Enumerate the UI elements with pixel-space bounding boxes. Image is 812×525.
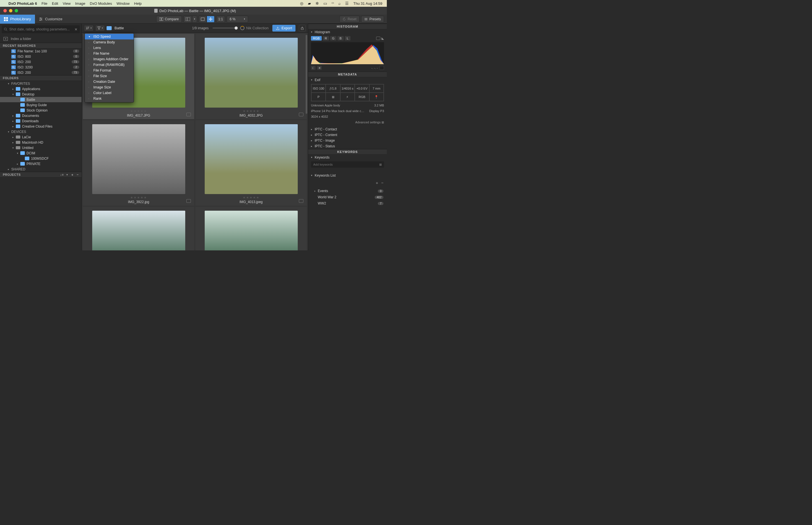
export-button[interactable]: Export (272, 25, 295, 32)
sort-option[interactable]: ○Color Label (85, 90, 134, 96)
folder-applications[interactable]: ▸Applications (0, 86, 82, 92)
keyword-ww2b[interactable]: WW27 (308, 200, 387, 207)
menu-help[interactable]: Help (134, 1, 142, 6)
add-project-icon[interactable]: ＋ (71, 172, 74, 177)
breadcrumb[interactable]: Battle (115, 26, 124, 30)
remove-keyword-button[interactable]: − (381, 181, 383, 185)
sort-option[interactable]: ○File Size (85, 73, 134, 79)
layout-button[interactable] (184, 16, 192, 22)
highlight-clip-icon[interactable]: ☀ (317, 66, 322, 70)
ratio-button[interactable]: 1:1 (216, 16, 225, 22)
sort-option[interactable]: ○File Name (85, 51, 134, 56)
thumbnail-cell[interactable]: ★★★★★ IMG_4032.JPG (195, 34, 307, 119)
folder-buying-guide[interactable]: Buying Guide (0, 102, 82, 108)
channel-rgb[interactable]: RGB (311, 36, 322, 41)
device-lacie[interactable]: ▸LaCie (0, 134, 82, 140)
filter-button[interactable]: ▾ (95, 25, 105, 31)
folder-100msdcf[interactable]: ▸100MSDCF (0, 156, 82, 161)
shutter-icon[interactable]: ✲ (316, 1, 319, 6)
fit-button[interactable] (199, 16, 207, 22)
share-button[interactable] (299, 25, 306, 32)
recent-search-row[interactable]: ISO: 20073 (0, 70, 82, 75)
device-untitled[interactable]: ▾Untitled (0, 145, 82, 150)
keywords-section[interactable]: ▸Keywords (308, 155, 387, 160)
clock[interactable]: Thu 31 Aug 14:59 (353, 1, 382, 6)
cc-icon[interactable]: ◎ (300, 1, 303, 6)
compare-button[interactable]: Compare (156, 16, 182, 22)
thumbnail-cell[interactable]: ★★★★★ (83, 207, 194, 250)
thumbnail-size-slider[interactable] (213, 28, 236, 28)
sort-option[interactable]: ○Lens (85, 45, 134, 51)
exif-section[interactable]: ▸Exif (308, 77, 387, 83)
advanced-settings-button[interactable]: Advanced settings ⊞ (355, 121, 384, 124)
add-keywords-input[interactable]: Add keywords ⊞ (311, 161, 384, 168)
iptc-content[interactable]: ▸IPTC - Content (308, 132, 387, 138)
layout-dropdown[interactable]: ▾ (192, 16, 197, 22)
tab-customize[interactable]: Customize (35, 15, 66, 24)
rating-stars[interactable]: ★★★★★ (130, 109, 147, 113)
sort-option[interactable]: ○Image Size (85, 85, 134, 90)
picker-icon[interactable]: ◣ (381, 36, 384, 40)
menu-file[interactable]: File (41, 1, 47, 6)
channel-g[interactable]: G (330, 36, 337, 41)
control-center-icon[interactable]: ☰ (345, 1, 349, 6)
sort-button[interactable]: ▾ (84, 25, 93, 31)
menu-image[interactable]: Image (75, 1, 85, 6)
channel-b[interactable]: B (337, 36, 344, 41)
notification-icon[interactable]: ▰ (308, 1, 311, 6)
move-button[interactable] (207, 16, 215, 22)
presets-button[interactable]: Presets (361, 16, 384, 22)
folder-battle[interactable]: Battle (0, 97, 82, 102)
devices-header[interactable]: ▾DEVICES (0, 129, 82, 134)
iptc-contact[interactable]: ▸IPTC - Contact (308, 126, 387, 132)
slider-thumb[interactable] (235, 27, 238, 30)
device-macintosh-hd[interactable]: ▸Macintosh HD (0, 140, 82, 145)
chevron-down-icon[interactable]: ▾ (67, 174, 68, 176)
sort-icon[interactable]: ↓≡ (60, 173, 64, 176)
sort-option[interactable]: ▼ISO Speed (85, 34, 134, 40)
sort-option[interactable]: ○Images Addition Order (85, 56, 134, 62)
rating-stars[interactable]: ★★★★★ (243, 196, 260, 199)
iptc-image[interactable]: ▸IPTC - Image (308, 138, 387, 144)
scrollbar[interactable] (306, 35, 307, 114)
sort-option[interactable]: ○Format (RAW/RGB) (85, 62, 134, 68)
remove-project-icon[interactable]: − (77, 173, 79, 176)
keyword-ww2[interactable]: World War 2402 (308, 194, 387, 200)
sort-option[interactable]: ○Creation Date (85, 79, 134, 85)
thumbnail-cell[interactable]: ★★★★★ IMG_4013.jpeg (195, 120, 307, 206)
battery-icon[interactable]: ▭ (323, 1, 327, 6)
zoom-dropdown[interactable]: 6 % ▾ (227, 16, 248, 22)
recent-search-row[interactable]: ISO: 20073 (0, 59, 82, 64)
thumbnail-cell[interactable]: ★★★★★ (195, 207, 307, 250)
shadow-clip-icon[interactable]: ☾ (311, 66, 316, 70)
nik-collection-button[interactable]: Nik Collection (240, 26, 269, 30)
menu-window[interactable]: Window (116, 1, 129, 6)
display-icon[interactable] (376, 36, 380, 40)
hierarchy-icon[interactable]: ⊞ (379, 163, 382, 166)
clear-icon[interactable]: ✕ (74, 27, 77, 32)
sort-option[interactable]: ○Camera Body (85, 40, 134, 45)
index-folder-button[interactable]: Index a folder (0, 35, 82, 43)
app-name[interactable]: DxO PhotoLab 6 (9, 1, 37, 6)
keywords-list-section[interactable]: ▸Keywords List (308, 172, 387, 178)
rating-stars[interactable]: ★★★★★ (130, 196, 147, 199)
menu-modules[interactable]: DxO Modules (90, 1, 112, 6)
folder-dcim[interactable]: ▾DCIM (0, 150, 82, 156)
menu-edit[interactable]: Edit (52, 1, 58, 6)
search-input[interactable]: Shot date, rating, shooting parameters..… (2, 25, 80, 33)
tab-photolibrary[interactable]: PhotoLibrary (0, 15, 35, 24)
folder-documents[interactable]: ▸Documents (0, 113, 82, 118)
menu-view[interactable]: View (62, 1, 71, 6)
recent-search-row[interactable]: ISO: 8000 (0, 54, 82, 59)
rating-stars[interactable]: ★★★★★ (243, 109, 260, 113)
zoom-icon[interactable] (15, 9, 18, 12)
minimize-icon[interactable] (9, 9, 12, 12)
sort-option[interactable]: ○File Format (85, 68, 134, 73)
iptc-status[interactable]: ▸IPTC - Status (308, 144, 387, 149)
shared-header[interactable]: ▸SHARED (0, 166, 82, 172)
recent-search-row[interactable]: ISO: 32002 (0, 64, 82, 70)
channel-l[interactable]: L (345, 36, 350, 41)
spotlight-icon[interactable]: ⌕ (338, 1, 340, 6)
recent-search-row[interactable]: File Name: 1so 1000 (0, 48, 82, 54)
add-keyword-button[interactable]: ＋ (375, 181, 379, 185)
